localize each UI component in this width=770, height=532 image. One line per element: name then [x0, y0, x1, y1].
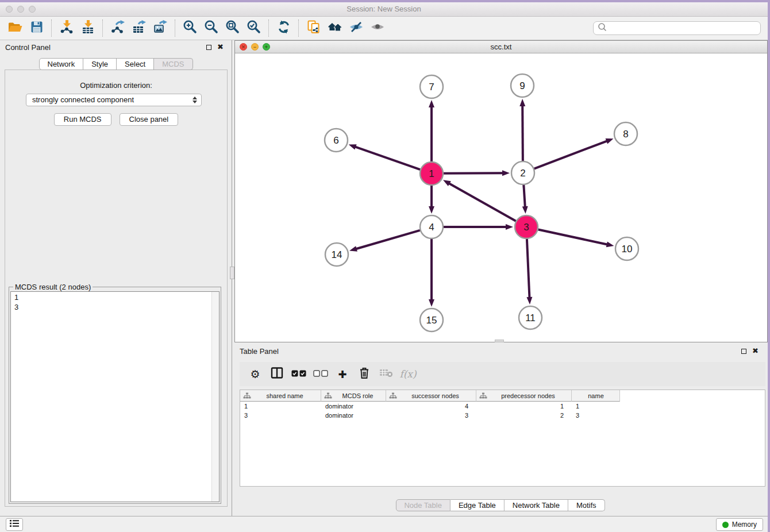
column-header-mcds-role[interactable]: MCDS role — [321, 390, 386, 402]
graph-edge-arrowhead — [349, 246, 357, 252]
network-canvas[interactable]: 7968124314101511 — [235, 53, 767, 342]
panel-splitter-handle[interactable] — [230, 267, 234, 279]
table-row[interactable]: 3dominator323 — [240, 411, 765, 420]
select-all-columns-button[interactable] — [288, 369, 310, 379]
hide-selected-button[interactable] — [345, 18, 367, 38]
zoom-in-button[interactable] — [179, 18, 201, 38]
control-panel: Control Panel ✖ NetworkStyleSelectMCDS O… — [0, 40, 232, 516]
zoom-in-icon — [183, 20, 198, 37]
table-settings-button[interactable]: ⚙ — [244, 368, 266, 380]
table-panel: Table Panel ✖ ⚙ ✚ f(x) shared nameMCDS r… — [233, 344, 768, 516]
graph-edge-arrowhead — [429, 206, 434, 214]
float-panel-icon[interactable] — [206, 45, 211, 50]
column-header-successor-nodes[interactable]: successor nodes — [386, 390, 476, 402]
column-header-predecessor-nodes[interactable]: predecessor nodes — [476, 390, 572, 402]
table-cell[interactable]: dominator — [321, 412, 386, 419]
select-stepper-icon — [192, 97, 197, 103]
table-cell[interactable]: 3 — [386, 412, 476, 419]
close-panel-button[interactable]: Close panel — [120, 113, 179, 126]
run-mcds-button[interactable]: Run MCDS — [54, 113, 111, 126]
optimization-criterion-label: Optimization criterion: — [5, 81, 227, 90]
eye-icon — [370, 20, 385, 37]
graph-edge-arrowhead — [606, 241, 614, 247]
table-cell[interactable]: 1 — [476, 403, 572, 410]
tab-node-table[interactable]: Node Table — [395, 499, 451, 511]
tab-select[interactable]: Select — [117, 58, 154, 70]
table-panel-tabs: Node TableEdge TableNetwork TableMotifs — [395, 499, 605, 511]
search-input[interactable] — [607, 24, 757, 32]
show-task-history-button[interactable] — [6, 518, 23, 531]
graph-edge-1-2[interactable] — [444, 173, 503, 174]
export-table-button[interactable] — [128, 18, 149, 38]
close-panel-icon[interactable]: ✖ — [217, 44, 224, 50]
tab-edge-table[interactable]: Edge Table — [451, 499, 505, 511]
table-cell[interactable]: 1 — [240, 403, 321, 410]
add-column-button[interactable]: ✚ — [332, 368, 353, 380]
open-session-button[interactable] — [5, 18, 26, 38]
table-cell[interactable]: 3 — [572, 412, 620, 419]
delete-column-button[interactable] — [353, 367, 375, 381]
graph-edge-1-6[interactable] — [355, 147, 420, 169]
graph-node-label: 3 — [523, 222, 529, 233]
search-field[interactable] — [593, 21, 761, 35]
graph-node-label: 6 — [333, 135, 338, 146]
zoom-window-button[interactable] — [29, 6, 36, 13]
first-neighbors-button[interactable] — [324, 18, 345, 38]
mcds-result-title: MCDS result (2 nodes) — [13, 283, 93, 291]
column-header-name[interactable]: name — [572, 390, 620, 402]
graph-edge-3-11[interactable] — [527, 239, 530, 298]
graph-edge-2-8[interactable] — [534, 141, 608, 168]
memory-button[interactable]: Memory — [716, 518, 763, 531]
window-title: Session: New Session — [0, 2, 768, 16]
mcds-result-text: 13 — [10, 291, 220, 502]
table-cell[interactable]: dominator — [321, 403, 386, 410]
zoom-selected-button[interactable] — [243, 18, 264, 38]
new-network-from-selection-button[interactable] — [303, 18, 324, 38]
result-scrollbar[interactable] — [211, 292, 219, 502]
graph-edge-3-1[interactable] — [449, 183, 516, 221]
close-panel-icon[interactable]: ✖ — [752, 348, 759, 354]
table-row[interactable]: 1dominator411 — [240, 402, 765, 411]
float-panel-icon[interactable] — [741, 349, 746, 354]
refresh-layout-button[interactable] — [273, 18, 294, 38]
graph-edge-2-9[interactable] — [522, 105, 523, 161]
column-header-shared-name[interactable]: shared name — [240, 390, 321, 402]
export-image-button[interactable] — [149, 18, 171, 38]
tab-network[interactable]: Network — [38, 58, 83, 70]
zoom-out-button[interactable] — [201, 18, 222, 38]
network-zoom-button[interactable]: + — [263, 43, 270, 51]
table-cell[interactable]: 4 — [386, 403, 476, 410]
table-cell[interactable]: 3 — [240, 412, 321, 419]
network-close-button[interactable]: ✕ — [240, 43, 247, 51]
graph-edge-2-3[interactable] — [523, 185, 525, 207]
graph-node-label: 15 — [426, 315, 437, 326]
import-network-button[interactable] — [56, 18, 77, 38]
zoom-fit-icon — [225, 20, 240, 37]
table-cell[interactable]: 2 — [476, 412, 572, 419]
show-all-button[interactable] — [367, 18, 388, 38]
network-resize-grip[interactable] — [495, 340, 504, 342]
close-window-button[interactable] — [6, 6, 13, 13]
table-panel-title: Table Panel — [240, 347, 279, 356]
minimize-window-button[interactable] — [17, 6, 24, 13]
graph-edge-4-14[interactable] — [356, 230, 420, 249]
tab-motifs[interactable]: Motifs — [568, 499, 605, 511]
export-network-button[interactable] — [107, 18, 128, 38]
network-minimize-button[interactable]: − — [251, 43, 259, 51]
tab-network-table[interactable]: Network Table — [505, 499, 568, 511]
table-cell[interactable]: 1 — [572, 403, 620, 410]
tab-style[interactable]: Style — [83, 58, 117, 70]
criterion-selected-value: strongly connected component — [32, 95, 134, 104]
criterion-select[interactable]: strongly connected component — [26, 94, 202, 106]
main-toolbar — [0, 17, 768, 40]
zoom-fit-button[interactable] — [222, 18, 243, 38]
deselect-all-columns-button[interactable] — [310, 369, 332, 379]
tab-mcds[interactable]: MCDS — [154, 58, 192, 70]
import-table-button[interactable] — [77, 18, 98, 38]
graph-edge-3-10[interactable] — [538, 229, 608, 244]
graph-edge-arrowhead — [502, 170, 510, 176]
unchecked-checkboxes-icon — [313, 369, 328, 379]
split-columns-button[interactable] — [266, 367, 288, 381]
save-session-button[interactable] — [26, 18, 47, 38]
control-panel-tabs: NetworkStyleSelectMCDS — [38, 58, 192, 70]
